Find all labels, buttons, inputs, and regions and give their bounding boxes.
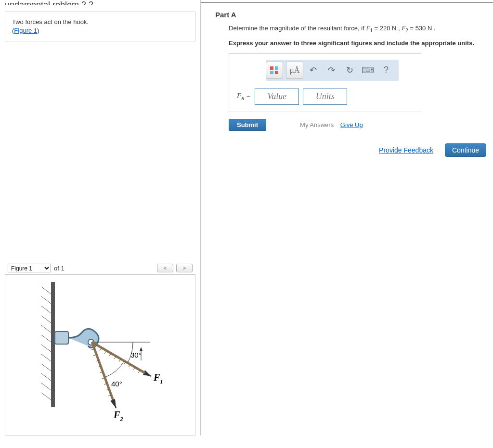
part-label: Part A	[215, 11, 486, 19]
undo-icon: ↶	[310, 65, 317, 76]
svg-text:30°: 30°	[130, 351, 142, 359]
continue-button[interactable]: Continue	[445, 143, 486, 157]
my-answers-label: My Answers	[300, 121, 334, 128]
svg-rect-47	[270, 66, 273, 70]
answer-links: My Answers Give Up	[300, 121, 363, 128]
svg-line-4	[41, 316, 51, 323]
templates-icon	[269, 65, 280, 76]
provide-feedback-link[interactable]: Provide Feedback	[379, 146, 433, 154]
templates-button[interactable]	[266, 62, 283, 79]
svg-rect-13	[55, 332, 68, 344]
figure-toolbar: Figure 1 of 1 < >	[5, 263, 195, 273]
problem-statement: Two forces act on the hook. (Figure 1)	[5, 12, 195, 41]
instruction-text: Express your answer to three significant…	[229, 39, 486, 48]
svg-line-5	[41, 325, 51, 333]
fr-symbol: FR =	[237, 92, 251, 101]
figure-panel: F1 30° F2	[5, 274, 195, 435]
svg-line-7	[41, 345, 51, 352]
svg-text:F1: F1	[153, 372, 163, 385]
problem-title-cut: undamental roblem 2.2	[5, 0, 195, 5]
footer-row: Provide Feedback Continue	[215, 143, 486, 157]
svg-line-10	[41, 373, 51, 381]
redo-icon: ↷	[328, 65, 335, 76]
svg-text:F2: F2	[113, 410, 123, 422]
answer-area: µÅ ↶ ↷ ↻ ⌨ ? FR =	[229, 53, 421, 112]
figure-link[interactable]: Figure 1	[14, 27, 37, 34]
question-text: Determine the magnitude of the resultant…	[229, 24, 486, 34]
units-input[interactable]	[303, 89, 347, 105]
svg-marker-34	[110, 399, 116, 408]
figure-count: of 1	[54, 265, 65, 272]
svg-line-9	[41, 364, 51, 371]
hook-figure: F1 30° F2	[5, 275, 193, 434]
svg-line-6	[41, 335, 51, 342]
equation-toolbar: µÅ ↶ ↷ ↻ ⌨ ?	[266, 60, 399, 81]
redo-button[interactable]: ↷	[323, 62, 340, 79]
answer-line: FR =	[237, 89, 413, 105]
help-button[interactable]: ?	[377, 62, 395, 79]
submit-button[interactable]: Submit	[229, 119, 266, 131]
svg-marker-31	[140, 347, 143, 351]
svg-rect-49	[270, 71, 273, 74]
figure-select[interactable]: Figure 1	[8, 264, 51, 272]
units-symbol-button[interactable]: µÅ	[286, 62, 303, 79]
svg-line-12	[41, 393, 51, 400]
reset-icon: ↻	[346, 65, 353, 76]
svg-line-3	[41, 306, 51, 313]
svg-text:40°: 40°	[111, 380, 122, 388]
undo-button[interactable]: ↶	[304, 62, 322, 79]
svg-rect-48	[275, 66, 278, 70]
keyboard-icon: ⌨	[362, 65, 374, 76]
prev-figure-button[interactable]: <	[157, 264, 173, 272]
svg-rect-50	[275, 71, 278, 74]
value-input[interactable]	[255, 89, 299, 105]
svg-rect-0	[51, 282, 55, 407]
svg-line-36	[92, 342, 113, 399]
svg-line-2	[41, 296, 51, 304]
give-up-link[interactable]: Give Up	[340, 121, 363, 128]
prompt-line-2: (Figure 1)	[12, 26, 188, 35]
keyboard-button[interactable]: ⌨	[359, 62, 376, 79]
svg-line-11	[41, 383, 51, 390]
submit-row: Submit My Answers Give Up	[229, 119, 486, 131]
reset-button[interactable]: ↻	[341, 62, 358, 79]
next-figure-button[interactable]: >	[176, 264, 193, 272]
prompt-line-1: Two forces act on the hook.	[12, 18, 188, 26]
svg-line-1	[41, 287, 51, 294]
svg-line-8	[41, 354, 51, 361]
help-icon: ?	[384, 65, 389, 75]
